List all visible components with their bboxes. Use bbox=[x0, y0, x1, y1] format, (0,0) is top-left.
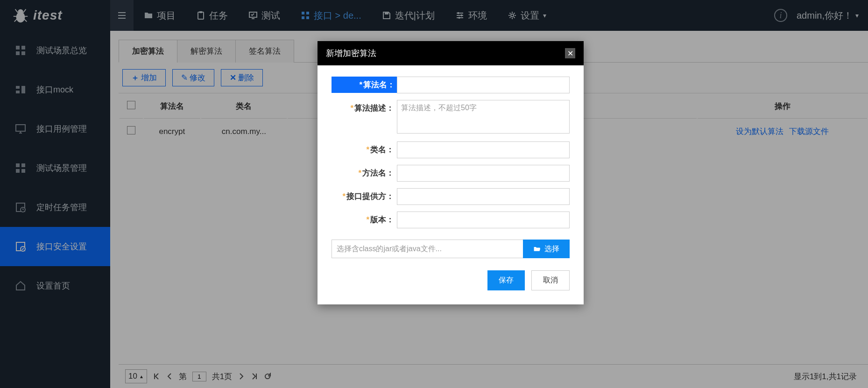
folder-open-icon bbox=[533, 245, 541, 253]
input-class[interactable] bbox=[397, 141, 570, 158]
label-class: *类名： bbox=[332, 141, 397, 155]
input-version[interactable] bbox=[397, 212, 570, 228]
file-picker: 选择 bbox=[332, 240, 570, 258]
label-version: *版本： bbox=[332, 212, 397, 225]
label-method: *方法名： bbox=[332, 165, 397, 178]
close-icon[interactable]: ✕ bbox=[565, 48, 575, 58]
label-desc: *算法描述： bbox=[332, 100, 397, 113]
modal-actions: 保存 取消 bbox=[332, 270, 570, 290]
label-name: *算法名： bbox=[332, 77, 397, 93]
input-provider[interactable] bbox=[397, 188, 570, 205]
file-browse-button[interactable]: 选择 bbox=[523, 240, 570, 258]
save-button[interactable]: 保存 bbox=[487, 270, 525, 290]
modal-header: 新增加密算法 ✕ bbox=[318, 41, 584, 65]
modal-title: 新增加密算法 bbox=[326, 48, 376, 59]
input-method[interactable] bbox=[397, 165, 570, 182]
input-name[interactable] bbox=[397, 77, 570, 93]
label-provider: *接口提供方： bbox=[332, 188, 397, 202]
input-desc[interactable] bbox=[397, 100, 570, 134]
file-path-input[interactable] bbox=[332, 240, 523, 258]
modal-body: *算法名： *算法描述： *类名： *方法名： *接口提供方： *版本： bbox=[318, 65, 584, 304]
add-algo-modal: 新增加密算法 ✕ *算法名： *算法描述： *类名： *方法名： *接口提供方：… bbox=[318, 41, 584, 304]
cancel-button[interactable]: 取消 bbox=[531, 270, 570, 290]
